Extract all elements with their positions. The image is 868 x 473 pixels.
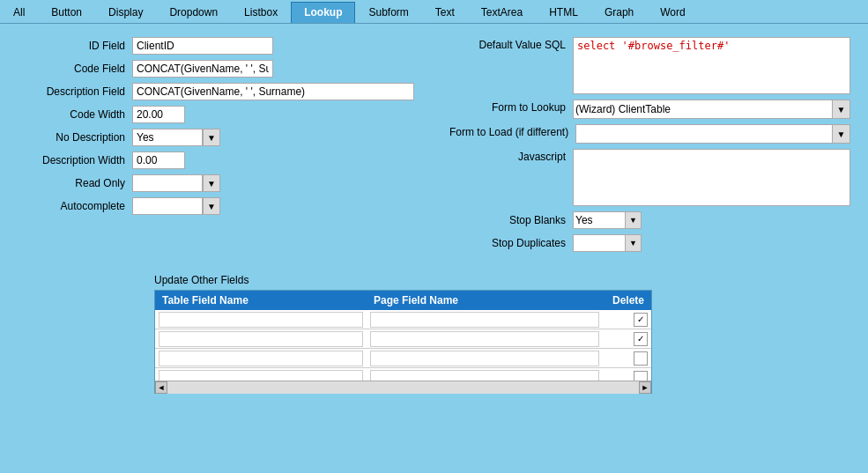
read-only-input[interactable] (132, 174, 203, 192)
read-only-dropdown-btn[interactable]: ▼ (203, 174, 220, 192)
form-load-label: Form to Load (if different) (449, 124, 575, 138)
horizontal-scrollbar[interactable]: ◄ ► (155, 381, 651, 393)
form-lookup-select[interactable]: (Wizard) ClientTable (573, 100, 833, 119)
page-field-input-2[interactable] (370, 331, 599, 347)
desc-width-label: Description Width (18, 154, 132, 166)
delete-checkbox-1[interactable] (634, 313, 648, 327)
stop-blanks-row: Stop Blanks Yes ▼ (449, 211, 850, 229)
page-field-input-1[interactable] (370, 312, 599, 328)
stop-duplicates-arrow[interactable]: ▼ (626, 234, 642, 252)
tab-all[interactable]: All (0, 2, 38, 23)
td-table-2 (155, 330, 367, 348)
id-field-input[interactable] (132, 37, 273, 55)
default-sql-row: Default Value SQL select '#browse_filter… (449, 37, 850, 94)
right-panel: Default Value SQL select '#browse_filter… (449, 37, 850, 257)
delete-checkbox-4[interactable] (634, 371, 648, 381)
page-field-input-4[interactable] (370, 370, 599, 381)
table-field-input-2[interactable] (159, 331, 363, 347)
javascript-row: Javascript (449, 149, 850, 206)
td-page-3 (367, 350, 603, 367)
tab-button[interactable]: Button (38, 2, 95, 23)
code-width-input[interactable] (132, 106, 185, 123)
form-load-row: Form to Load (if different) ▼ (449, 124, 850, 144)
desc-width-input[interactable] (132, 152, 185, 169)
scroll-right-btn[interactable]: ► (639, 381, 651, 394)
table-row (155, 310, 651, 329)
update-table: Table Field Name Page Field Name Delete (154, 290, 652, 394)
autocomplete-label: Autocomplete (18, 200, 132, 212)
td-delete-2 (603, 331, 651, 347)
td-page-1 (367, 311, 603, 329)
default-sql-textarea[interactable]: select '#browse_filter#' (573, 37, 850, 94)
table-header: Table Field Name Page Field Name Delete (155, 291, 651, 310)
stop-blanks-select-wrap: Yes ▼ (573, 211, 642, 229)
stop-blanks-select[interactable]: Yes (573, 211, 626, 229)
delete-checkbox-2[interactable] (634, 332, 648, 346)
no-desc-row: No Description ▼ (18, 129, 414, 146)
tab-listbox[interactable]: Listbox (231, 2, 291, 23)
td-delete-4 (603, 370, 651, 381)
tab-bar: All Button Display Dropdown Listbox Look… (0, 0, 868, 24)
code-width-row: Code Width (18, 106, 414, 123)
no-desc-select-wrap: ▼ (132, 129, 220, 146)
tab-lookup[interactable]: Lookup (291, 2, 355, 23)
desc-field-label: Description Field (18, 85, 132, 98)
form-lookup-arrow[interactable]: ▼ (833, 100, 850, 119)
autocomplete-row: Autocomplete ▼ (18, 197, 414, 215)
desc-field-input[interactable] (132, 83, 414, 100)
th-table-field: Table Field Name (155, 291, 367, 310)
read-only-row: Read Only ▼ (18, 174, 414, 192)
autocomplete-input[interactable] (132, 197, 203, 215)
tab-html[interactable]: HTML (536, 2, 591, 23)
stop-blanks-label: Stop Blanks (449, 214, 573, 226)
tab-subform[interactable]: Subform (355, 2, 421, 23)
tab-textarea[interactable]: TextArea (468, 2, 536, 23)
javascript-label: Javascript (449, 149, 573, 163)
stop-duplicates-select[interactable] (573, 234, 626, 252)
code-field-label: Code Field (18, 63, 132, 75)
td-table-3 (155, 350, 367, 367)
table-field-input-3[interactable] (159, 351, 363, 366)
form-lookup-row: Form to Lookup (Wizard) ClientTable ▼ (449, 100, 850, 119)
stop-duplicates-select-wrap: ▼ (573, 234, 642, 252)
table-field-input-4[interactable] (159, 370, 363, 381)
tab-dropdown[interactable]: Dropdown (156, 2, 231, 23)
left-panel: ID Field Code Field Description Field Co… (18, 37, 414, 257)
no-desc-input[interactable] (132, 129, 203, 146)
delete-checkbox-3[interactable] (634, 351, 648, 366)
id-field-label: ID Field (18, 40, 132, 52)
td-page-2 (367, 330, 603, 348)
table-body (155, 310, 651, 381)
th-page-field: Page Field Name (367, 291, 603, 310)
read-only-select-wrap: ▼ (132, 174, 220, 192)
form-load-arrow[interactable]: ▼ (833, 124, 850, 144)
stop-duplicates-row: Stop Duplicates ▼ (449, 234, 850, 252)
stop-blanks-arrow[interactable]: ▼ (626, 211, 642, 229)
tab-text[interactable]: Text (422, 2, 468, 23)
scroll-left-btn[interactable]: ◄ (155, 381, 167, 394)
tab-graph[interactable]: Graph (591, 2, 647, 23)
code-field-input[interactable] (132, 60, 273, 78)
javascript-textarea[interactable] (573, 149, 850, 206)
table-field-input-1[interactable] (159, 312, 363, 328)
table-row (155, 329, 651, 349)
scroll-track[interactable] (167, 381, 639, 394)
bottom-section: Update Other Fields Table Field Name Pag… (0, 270, 868, 403)
no-desc-label: No Description (18, 131, 132, 144)
page-field-input-3[interactable] (370, 351, 599, 366)
no-desc-dropdown-btn[interactable]: ▼ (203, 129, 220, 146)
form-lookup-select-wrap: (Wizard) ClientTable ▼ (573, 100, 850, 119)
td-page-4 (367, 369, 603, 381)
form-load-select-wrap: ▼ (575, 124, 850, 144)
read-only-label: Read Only (18, 177, 132, 189)
table-row (155, 349, 651, 368)
tab-display[interactable]: Display (95, 2, 156, 23)
autocomplete-select-wrap: ▼ (132, 197, 220, 215)
td-delete-1 (603, 312, 651, 328)
stop-duplicates-label: Stop Duplicates (449, 237, 573, 249)
default-sql-label: Default Value SQL (449, 37, 573, 51)
desc-field-row: Description Field (18, 83, 414, 100)
autocomplete-dropdown-btn[interactable]: ▼ (203, 197, 220, 215)
form-load-select[interactable] (575, 124, 833, 144)
tab-word[interactable]: Word (647, 2, 698, 23)
